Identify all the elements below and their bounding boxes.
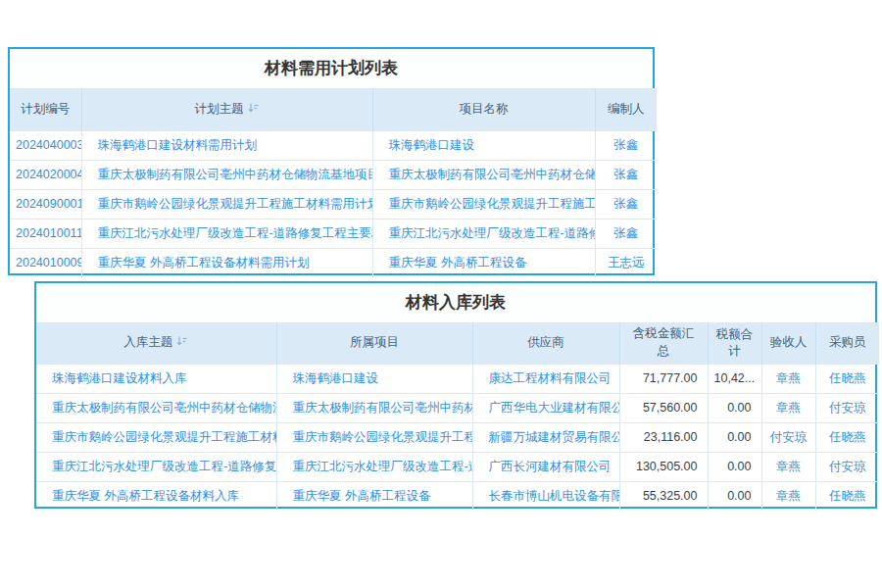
table-row: 重庆太极制药有限公司亳州中药材仓储物流基...重庆太极制药有限公司亳州中药材仓.… (36, 393, 879, 422)
inbound-tax-cell: 0.00 (708, 481, 761, 511)
plan-subject-cell[interactable]: 珠海鹤港口建设材料需用计划 (81, 130, 372, 160)
column-header-inbound-buyer: 采购员 (815, 322, 879, 364)
plan-no-cell[interactable]: 2024020004 (10, 160, 81, 189)
column-header-plan-no: 计划编号 (10, 88, 81, 130)
inbound-project-cell[interactable]: 重庆太极制药有限公司亳州中药材仓... (276, 393, 472, 422)
column-header-plan-subject[interactable]: 计划主题 (81, 88, 372, 130)
inbound-amount-cell: 55,325.00 (619, 481, 708, 511)
plan-no-cell[interactable]: 2024040003 (10, 130, 81, 160)
plan-no-cell[interactable]: 2024090001 (10, 189, 81, 219)
inbound-inspector-cell[interactable]: 章燕 (761, 452, 815, 481)
plan-project-cell[interactable]: 珠海鹤港口建设 (372, 130, 595, 160)
inbound-amount-cell: 57,560.00 (619, 393, 708, 422)
inbound-tax-cell: 0.00 (708, 422, 761, 452)
inbound-supplier-cell[interactable]: 新疆万城建材贸易有限公司 (472, 422, 619, 452)
inbound-buyer-cell[interactable]: 任晓燕 (815, 481, 879, 511)
plan-creator-cell[interactable]: 张鑫 (595, 130, 657, 160)
plan-no-cell[interactable]: 2024010011 (10, 219, 81, 248)
inbound-inspector-cell[interactable]: 付安琼 (761, 422, 815, 452)
column-header-plan-creator: 编制人 (595, 88, 657, 130)
inbound-subject-cell[interactable]: 重庆江北污水处理厂级改造工程-道路修复工程... (36, 452, 276, 481)
inbound-tax-cell: 0.00 (708, 452, 761, 481)
column-header-inbound-project: 所属项目 (276, 322, 472, 364)
table-row: 2024020004重庆太极制药有限公司亳州中药材仓储物流基地项目...重庆太极… (10, 160, 657, 189)
plan-subject-cell[interactable]: 重庆华夏 外高桥工程设备材料需用计划 (81, 248, 372, 277)
inbound-project-cell[interactable]: 重庆江北污水处理厂级改造工程-道路... (276, 452, 472, 481)
inbound-tax-cell: 0.00 (708, 393, 761, 422)
inbound-subject-cell[interactable]: 重庆华夏 外高桥工程设备材料入库 (36, 481, 276, 511)
inbound-supplier-cell[interactable]: 广西华电大业建材有限公司 (472, 393, 619, 422)
plan-creator-cell[interactable]: 张鑫 (595, 160, 657, 189)
column-header-plan-project: 项目名称 (372, 88, 595, 130)
inbound-amount-cell: 130,505.00 (619, 452, 708, 481)
inbound-amount-cell: 71,777.00 (619, 364, 708, 393)
column-header-inbound-tax: 税额合计 (708, 322, 761, 364)
inbound-supplier-cell[interactable]: 康达工程材料有限公司 (472, 364, 619, 393)
inbound-project-cell[interactable]: 重庆市鹅岭公园绿化景观提升工程施工 (276, 422, 472, 452)
plan-subject-cell[interactable]: 重庆太极制药有限公司亳州中药材仓储物流基地项目... (81, 160, 372, 189)
column-header-inbound-subject[interactable]: 入库主题 (36, 322, 276, 364)
inbound-inspector-cell[interactable]: 章燕 (761, 364, 815, 393)
plan-subject-cell[interactable]: 重庆江北污水处理厂级改造工程-道路修复工程主要材料 (81, 219, 372, 248)
inbound-inspector-cell[interactable]: 章燕 (761, 481, 815, 511)
inbound-subject-cell[interactable]: 重庆市鹅岭公园绿化景观提升工程施工材料入库 (36, 422, 276, 452)
inbound-inspector-cell[interactable]: 章燕 (761, 393, 815, 422)
inbound-project-cell[interactable]: 珠海鹤港口建设 (276, 364, 472, 393)
plan-table: 计划编号 计划主题 项目名称 编制人 2024040003珠海鹤港口建设材料需用… (10, 88, 657, 277)
inbound-subject-cell[interactable]: 重庆太极制药有限公司亳州中药材仓储物流基... (36, 393, 276, 422)
inbound-buyer-cell[interactable]: 付安琼 (815, 393, 879, 422)
plan-creator-cell[interactable]: 张鑫 (595, 219, 657, 248)
table-row: 重庆华夏 外高桥工程设备材料入库重庆华夏 外高桥工程设备长春市博山机电设备有限公… (36, 481, 879, 511)
inbound-amount-cell: 23,116.00 (619, 422, 708, 452)
sort-icon[interactable] (248, 102, 260, 114)
table-row: 重庆江北污水处理厂级改造工程-道路修复工程...重庆江北污水处理厂级改造工程-道… (36, 452, 879, 481)
inbound-supplier-cell[interactable]: 长春市博山机电设备有限公司 (472, 481, 619, 511)
plan-project-cell[interactable]: 重庆市鹅岭公园绿化景观提升工程施工 (372, 189, 595, 219)
sort-icon[interactable] (176, 335, 188, 347)
plan-table-header-row: 计划编号 计划主题 项目名称 编制人 (10, 88, 657, 130)
inbound-buyer-cell[interactable]: 付安琼 (815, 452, 879, 481)
plan-table-panel: 材料需用计划列表 计划编号 计划主题 项目名称 编制人 2024040003珠海… (8, 47, 655, 275)
plan-creator-cell[interactable]: 张鑫 (595, 189, 657, 219)
plan-project-cell[interactable]: 重庆华夏 外高桥工程设备 (372, 248, 595, 277)
column-header-inbound-amount: 含税金额汇总 (619, 322, 708, 364)
inbound-buyer-cell[interactable]: 任晓燕 (815, 364, 879, 393)
table-row: 重庆市鹅岭公园绿化景观提升工程施工材料入库重庆市鹅岭公园绿化景观提升工程施工新疆… (36, 422, 879, 452)
inbound-tax-cell: 10,42... (708, 364, 761, 393)
column-header-inbound-inspector: 验收人 (761, 322, 815, 364)
plan-project-cell[interactable]: 重庆江北污水处理厂级改造工程-道路修复工程 (372, 219, 595, 248)
plan-subject-cell[interactable]: 重庆市鹅岭公园绿化景观提升工程施工材料需用计划 (81, 189, 372, 219)
plan-no-cell[interactable]: 2024010009 (10, 248, 81, 277)
inbound-table-panel: 材料入库列表 入库主题 所属项目 供应商 含税金额汇总 税额合计 验收人 采购员… (34, 281, 877, 509)
inbound-table-title: 材料入库列表 (36, 283, 875, 322)
inbound-table-header-row: 入库主题 所属项目 供应商 含税金额汇总 税额合计 验收人 采购员 (36, 322, 879, 364)
inbound-subject-cell[interactable]: 珠海鹤港口建设材料入库 (36, 364, 276, 393)
inbound-supplier-cell[interactable]: 广西长河建材有限公司 (472, 452, 619, 481)
plan-table-title: 材料需用计划列表 (10, 49, 653, 88)
table-row: 2024010011重庆江北污水处理厂级改造工程-道路修复工程主要材料重庆江北污… (10, 219, 657, 248)
table-row: 2024010009重庆华夏 外高桥工程设备材料需用计划重庆华夏 外高桥工程设备… (10, 248, 657, 277)
plan-project-cell[interactable]: 重庆太极制药有限公司亳州中药材仓储物流... (372, 160, 595, 189)
table-row: 2024090001重庆市鹅岭公园绿化景观提升工程施工材料需用计划重庆市鹅岭公园… (10, 189, 657, 219)
inbound-project-cell[interactable]: 重庆华夏 外高桥工程设备 (276, 481, 472, 511)
inbound-buyer-cell[interactable]: 任晓燕 (815, 422, 879, 452)
inbound-table: 入库主题 所属项目 供应商 含税金额汇总 税额合计 验收人 采购员 珠海鹤港口建… (36, 322, 879, 511)
table-row: 珠海鹤港口建设材料入库珠海鹤港口建设康达工程材料有限公司71,777.0010,… (36, 364, 879, 393)
column-header-inbound-supplier: 供应商 (472, 322, 619, 364)
plan-creator-cell[interactable]: 王志远 (595, 248, 657, 277)
table-row: 2024040003珠海鹤港口建设材料需用计划珠海鹤港口建设张鑫 (10, 130, 657, 160)
